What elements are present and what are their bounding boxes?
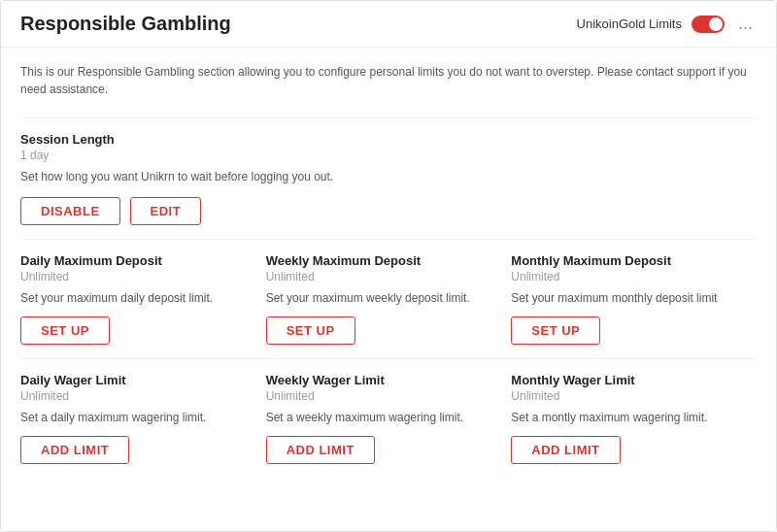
weekly-deposit-cell: Weekly Maximum Deposit Unlimited Set you… bbox=[266, 253, 512, 345]
weekly-deposit-value: Unlimited bbox=[266, 270, 492, 283]
weekly-wager-title: Weekly Wager Limit bbox=[266, 373, 492, 387]
page-container: Responsible Gambling UnikoinGold Limits … bbox=[0, 0, 777, 532]
monthly-wager-title: Monthly Wager Limit bbox=[511, 373, 737, 387]
daily-deposit-title: Daily Maximum Deposit bbox=[20, 253, 247, 268]
session-buttons: DISABLE EDIT bbox=[20, 197, 757, 225]
disable-button[interactable]: DISABLE bbox=[20, 197, 120, 225]
header-right: UnikoinGold Limits ... bbox=[577, 14, 757, 34]
edit-button[interactable]: EDIT bbox=[130, 197, 202, 225]
daily-wager-title: Daily Wager Limit bbox=[20, 373, 247, 387]
unikoingold-limits-toggle[interactable] bbox=[692, 16, 725, 33]
daily-deposit-setup-button[interactable]: SET UP bbox=[20, 316, 110, 345]
header: Responsible Gambling UnikoinGold Limits … bbox=[1, 1, 776, 48]
more-options-button[interactable]: ... bbox=[734, 14, 757, 34]
monthly-deposit-cell: Monthly Maximum Deposit Unlimited Set yo… bbox=[511, 253, 757, 345]
wager-limits-grid: Daily Wager Limit Unlimited Set a daily … bbox=[20, 373, 757, 464]
page-title: Responsible Gambling bbox=[20, 13, 231, 35]
deposit-limits-grid: Daily Maximum Deposit Unlimited Set your… bbox=[20, 253, 757, 345]
session-length-value: 1 day bbox=[20, 149, 757, 162]
session-length-block: Session Length 1 day Set how long you wa… bbox=[20, 132, 757, 225]
daily-wager-add-button[interactable]: ADD LIMIT bbox=[20, 436, 129, 464]
session-length-desc: Set how long you want Unikrn to wait bef… bbox=[20, 168, 757, 185]
weekly-wager-value: Unlimited bbox=[266, 389, 492, 403]
daily-deposit-desc: Set your maximum daily deposit limit. bbox=[20, 289, 247, 307]
monthly-deposit-desc: Set your maximum monthly deposit limit bbox=[511, 289, 737, 307]
monthly-deposit-setup-button[interactable]: SET UP bbox=[511, 316, 600, 345]
monthly-wager-cell: Monthly Wager Limit Unlimited Set a mont… bbox=[511, 373, 757, 464]
weekly-deposit-title: Weekly Maximum Deposit bbox=[266, 253, 492, 268]
monthly-wager-desc: Set a montly maximum wagering limit. bbox=[511, 409, 737, 426]
daily-deposit-value: Unlimited bbox=[20, 270, 247, 283]
divider-2 bbox=[20, 239, 757, 240]
monthly-wager-value: Unlimited bbox=[511, 389, 737, 403]
divider-3 bbox=[20, 358, 757, 359]
daily-wager-value: Unlimited bbox=[20, 389, 247, 403]
daily-wager-cell: Daily Wager Limit Unlimited Set a daily … bbox=[20, 373, 266, 464]
divider-1 bbox=[20, 117, 757, 118]
weekly-deposit-setup-button[interactable]: SET UP bbox=[266, 316, 355, 345]
monthly-deposit-title: Monthly Maximum Deposit bbox=[511, 253, 737, 268]
daily-wager-desc: Set a daily maximum wagering limit. bbox=[20, 409, 247, 426]
weekly-deposit-desc: Set your maximum weekly deposit limit. bbox=[266, 289, 492, 307]
toggle-label: UnikoinGold Limits bbox=[577, 17, 682, 31]
main-content: This is our Responsible Gambling section… bbox=[1, 48, 776, 483]
monthly-wager-add-button[interactable]: ADD LIMIT bbox=[511, 436, 620, 464]
session-length-title: Session Length bbox=[20, 132, 757, 147]
weekly-wager-desc: Set a weekly maximum wagering limit. bbox=[266, 409, 492, 426]
daily-deposit-cell: Daily Maximum Deposit Unlimited Set your… bbox=[20, 253, 266, 345]
monthly-deposit-value: Unlimited bbox=[511, 270, 737, 283]
weekly-wager-cell: Weekly Wager Limit Unlimited Set a weekl… bbox=[266, 373, 512, 464]
weekly-wager-add-button[interactable]: ADD LIMIT bbox=[266, 436, 375, 464]
intro-text: This is our Responsible Gambling section… bbox=[20, 63, 757, 98]
